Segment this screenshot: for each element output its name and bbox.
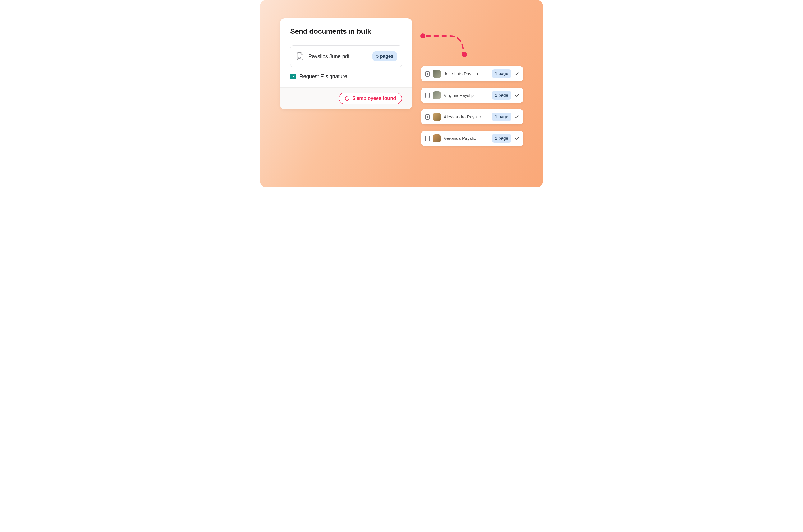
svg-rect-8 [426, 95, 428, 95]
payslip-name: Jose Luís Payslip [444, 71, 489, 76]
payslip-name: Veronica Payslip [444, 136, 489, 141]
document-icon [425, 114, 430, 120]
svg-rect-12 [426, 117, 428, 118]
document-icon [425, 71, 430, 77]
pdf-file-icon: PDF [297, 52, 304, 60]
bulk-send-card: Send documents in bulk PDF Payslips June… [280, 18, 412, 109]
check-icon [514, 93, 519, 98]
svg-rect-11 [426, 116, 428, 117]
svg-rect-9 [426, 96, 428, 96]
payslip-item[interactable]: Jose Luís Payslip 1 page [421, 66, 523, 81]
svg-point-3 [461, 52, 467, 57]
check-icon [291, 75, 295, 78]
spinner-icon [345, 96, 350, 101]
payslip-result-list: Jose Luís Payslip 1 page Virginia Paysli… [421, 66, 523, 146]
svg-rect-15 [426, 139, 428, 139]
avatar [433, 91, 441, 99]
pages-badge: 1 page [492, 113, 512, 121]
pages-badge: 5 pages [372, 52, 397, 61]
svg-point-2 [420, 34, 425, 38]
svg-rect-7 [425, 93, 429, 98]
card-title: Send documents in bulk [290, 27, 402, 35]
avatar [433, 134, 441, 142]
file-name: Payslips June.pdf [308, 53, 368, 59]
svg-rect-4 [425, 71, 429, 76]
svg-text:PDF: PDF [298, 57, 301, 58]
check-icon [514, 71, 519, 76]
employees-found-button[interactable]: 5 employees found [339, 93, 402, 104]
pages-badge: 1 page [492, 91, 512, 99]
connector-path [419, 31, 469, 61]
avatar [433, 113, 441, 121]
document-icon [425, 135, 430, 141]
payslip-item[interactable]: Virginia Payslip 1 page [421, 88, 523, 103]
uploaded-file-row[interactable]: PDF Payslips June.pdf 5 pages [290, 45, 402, 67]
pages-badge: 1 page [492, 134, 512, 142]
document-icon [425, 92, 430, 98]
svg-rect-6 [426, 74, 428, 75]
svg-rect-10 [425, 114, 429, 119]
card-footer: 5 employees found [280, 88, 412, 109]
esign-label: Request E-signature [300, 73, 347, 79]
esign-row[interactable]: Request E-signature [290, 73, 402, 81]
check-icon [514, 114, 519, 119]
payslip-name: Virginia Payslip [444, 93, 489, 98]
svg-rect-14 [426, 138, 428, 138]
avatar [433, 70, 441, 78]
esign-checkbox[interactable] [290, 74, 296, 79]
canvas: Send documents in bulk PDF Payslips June… [260, 0, 543, 187]
payslip-item[interactable]: Alessandro Payslip 1 page [421, 109, 523, 125]
check-icon [514, 136, 519, 141]
svg-rect-5 [426, 73, 428, 74]
found-label: 5 employees found [352, 96, 396, 101]
card-body: Send documents in bulk PDF Payslips June… [280, 18, 412, 88]
payslip-item[interactable]: Veronica Payslip 1 page [421, 131, 523, 146]
pages-badge: 1 page [492, 70, 512, 78]
svg-rect-13 [425, 136, 429, 141]
payslip-name: Alessandro Payslip [444, 114, 489, 119]
